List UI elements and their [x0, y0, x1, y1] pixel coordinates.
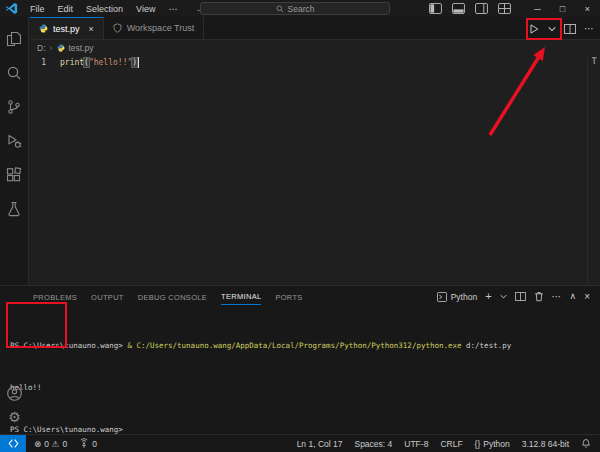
line-number: 1 — [30, 58, 46, 67]
run-dropdown-chevron-icon[interactable] — [548, 26, 556, 32]
menu-edit[interactable]: Edit — [56, 3, 76, 15]
new-terminal-icon[interactable]: + — [485, 291, 491, 302]
minimap[interactable]: T — [592, 56, 597, 66]
eol-sequence[interactable]: CRLF — [440, 439, 462, 449]
panel-tab-terminal[interactable]: TERMINAL — [221, 288, 261, 305]
problems-indicator[interactable]: ⊗ 0 ⚠ 0 — [34, 439, 67, 449]
account-icon — [6, 385, 23, 402]
vscode-window: File Edit Selection View ⋯ ← → Search ─ … — [0, 0, 600, 452]
panel-tab-output[interactable]: OUTPUT — [91, 289, 124, 305]
close-panel-icon[interactable]: × — [584, 292, 590, 302]
editor-more-actions-icon[interactable]: ⋯ — [584, 23, 594, 34]
window-close-button[interactable]: × — [575, 0, 600, 17]
vscode-logo-icon — [5, 2, 18, 15]
python-file-icon — [39, 24, 48, 33]
extensions-icon[interactable] — [6, 167, 22, 183]
window-minimize-button[interactable]: ─ — [525, 0, 550, 17]
ports-count: 0 — [92, 439, 97, 449]
settings-button[interactable]: ⚙ — [0, 410, 29, 424]
panel-more-actions-icon[interactable]: ⋯ — [552, 292, 562, 302]
terminal-line-output: hello!! — [10, 381, 600, 395]
error-icon: ⊗ — [34, 439, 41, 449]
menu-more-icon[interactable]: ⋯ — [166, 3, 179, 15]
chevron-right-icon: › — [50, 43, 53, 53]
editor-tab-bar: test.py × Workspace Trust ⋯ — [30, 17, 600, 40]
menu-file[interactable]: File — [28, 3, 47, 15]
terminal-actions: Python + ⋯ ∧ × — [437, 291, 600, 302]
shield-icon — [113, 23, 122, 33]
braces-icon: {} — [475, 439, 481, 449]
terminal-line-command: PS C:\Users\tunauno.wang> & C:/Users/tun… — [10, 339, 600, 353]
menu-selection[interactable]: Selection — [84, 3, 125, 15]
source-control-icon[interactable] — [6, 99, 22, 115]
breadcrumb-file[interactable]: test.py — [69, 43, 94, 53]
terminal-profile-icon — [437, 292, 447, 302]
customize-layout-icon[interactable] — [498, 3, 511, 14]
code-keyword: print — [60, 58, 84, 67]
search-placeholder: Search — [288, 4, 315, 14]
gear-icon: ⚙ — [8, 410, 21, 424]
tab-label: test.py — [53, 24, 80, 34]
toggle-secondary-sidebar-icon[interactable] — [475, 3, 488, 14]
panel-tab-debug-console[interactable]: DEBUG CONSOLE — [138, 289, 207, 305]
command-center-search[interactable]: Search — [200, 2, 390, 15]
activity-bar — [0, 17, 29, 285]
terminal-dropdown-chevron-icon[interactable] — [500, 294, 507, 299]
language-mode[interactable]: {}Python — [475, 439, 510, 449]
terminal-command-text: & C:/Users/tunauno.wang/AppData/Local/Pr… — [127, 341, 461, 350]
window-maximize-button[interactable]: □ — [550, 0, 575, 17]
toggle-panel-icon[interactable] — [452, 3, 465, 14]
toggle-sidebar-icon[interactable] — [429, 3, 442, 14]
breadcrumb-drive[interactable]: D: — [37, 43, 46, 53]
code-close-paren: ) — [132, 58, 137, 67]
encoding[interactable]: UTF-8 — [404, 439, 428, 449]
tab-close-icon[interactable]: × — [89, 24, 94, 34]
remote-indicator[interactable] — [0, 435, 26, 452]
tab-label: Workspace Trust — [127, 23, 194, 33]
text-cursor — [138, 57, 139, 68]
warning-count: 0 — [62, 439, 67, 449]
run-python-file-icon[interactable] — [528, 23, 540, 35]
minimap-divider — [587, 55, 588, 285]
split-terminal-icon[interactable] — [515, 292, 526, 301]
terminal-profile-label: Python — [451, 292, 477, 302]
terminal-output[interactable]: PS C:\Users\tunauno.wang> & C:/Users/tun… — [0, 307, 600, 452]
explorer-icon[interactable] — [6, 31, 22, 47]
code-editor[interactable]: 1 print("hello!!") T — [30, 55, 600, 285]
tab-workspace-trust[interactable]: Workspace Trust — [104, 17, 204, 39]
code-string: "hello!!" — [89, 58, 132, 67]
remote-icon — [8, 438, 19, 449]
tab-test-py[interactable]: test.py × — [30, 17, 104, 39]
search-view-icon[interactable] — [6, 65, 22, 81]
testing-icon[interactable] — [6, 201, 22, 217]
titlebar-right: ─ □ × — [429, 0, 600, 17]
kill-terminal-trash-icon[interactable] — [534, 291, 544, 302]
error-count: 0 — [44, 439, 49, 449]
title-bar: File Edit Selection View ⋯ ← → Search ─ … — [0, 0, 600, 17]
menu-bar: File Edit Selection View ⋯ — [28, 3, 179, 15]
indentation[interactable]: Spaces: 4 — [354, 439, 392, 449]
ports-indicator[interactable]: 0 — [79, 438, 97, 449]
status-bar: ⊗ 0 ⚠ 0 0 Ln 1, Col 17 Spaces: 4 UTF-8 C… — [0, 434, 600, 452]
statusbar-right: Ln 1, Col 17 Spaces: 4 UTF-8 CRLF {}Pyth… — [297, 438, 600, 449]
python-file-icon — [57, 44, 65, 52]
run-debug-icon[interactable] — [6, 133, 22, 149]
python-interpreter[interactable]: 3.12.8 64-bit — [522, 439, 569, 449]
panel-tab-ports[interactable]: PORTS — [275, 289, 302, 305]
panel-header: PROBLEMS OUTPUT DEBUG CONSOLE TERMINAL P… — [0, 286, 600, 307]
radio-tower-icon — [79, 438, 89, 449]
menu-view[interactable]: View — [134, 3, 157, 15]
notifications-bell-icon[interactable] — [581, 438, 591, 449]
panel-tab-problems[interactable]: PROBLEMS — [33, 289, 77, 305]
bottom-panel: PROBLEMS OUTPUT DEBUG CONSOLE TERMINAL P… — [0, 285, 600, 434]
warning-icon: ⚠ — [52, 439, 60, 449]
breadcrumb: D: › test.py — [30, 40, 600, 55]
search-icon — [276, 5, 284, 13]
code-line-1: 1 print("hello!!") — [30, 55, 600, 70]
split-editor-icon[interactable] — [564, 24, 576, 34]
account-button[interactable] — [0, 385, 29, 402]
terminal-profile[interactable]: Python — [437, 292, 477, 302]
cursor-position[interactable]: Ln 1, Col 17 — [297, 439, 343, 449]
editor-actions: ⋯ — [528, 17, 594, 40]
maximize-panel-icon[interactable]: ∧ — [570, 292, 577, 301]
